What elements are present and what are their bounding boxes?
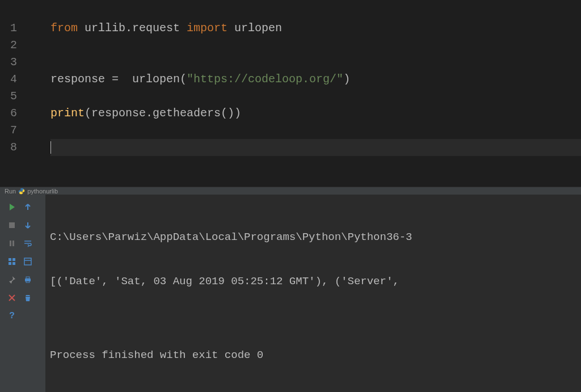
svg-rect-5 — [9, 262, 11, 265]
python-icon — [18, 188, 25, 195]
svg-rect-6 — [12, 262, 15, 265]
rerun-button[interactable] — [6, 201, 18, 213]
code-line-5[interactable] — [50, 88, 581, 105]
console-output[interactable]: C:\Users\Parwiz\AppData\Local\Programs\P… — [45, 195, 581, 392]
run-panel-header[interactable]: Run pythonurlib — [0, 187, 581, 195]
svg-rect-7 — [24, 258, 31, 265]
code-line-4[interactable]: response = urlopen("https://codeloop.org… — [50, 71, 581, 88]
svg-rect-2 — [12, 241, 14, 246]
svg-rect-10 — [26, 277, 30, 279]
code-content[interactable]: from urllib.request import urlopen respo… — [43, 0, 581, 187]
variable: response — [50, 73, 112, 86]
code-line-3[interactable] — [50, 54, 581, 71]
paren-close: ) — [343, 73, 350, 86]
code-line-8[interactable] — [50, 139, 581, 156]
code-line-6[interactable]: print(response.getheaders()) — [50, 105, 581, 122]
console-line: Process finished with exit code 0 — [50, 348, 581, 363]
svg-rect-0 — [9, 222, 15, 228]
pause-button[interactable] — [6, 237, 18, 250]
text-cursor — [50, 141, 51, 154]
console-line: C:\Users\Parwiz\AppData\Local\Programs\P… — [50, 230, 581, 245]
stop-button[interactable] — [6, 219, 18, 231]
layout-button[interactable] — [22, 255, 34, 268]
paren-open: ( — [180, 73, 187, 86]
argument: response.getheaders() — [91, 107, 234, 120]
print-button[interactable] — [22, 273, 34, 286]
code-editor[interactable]: 1 2 3 4 5 6 7 8 from urllib.request impo… — [0, 0, 581, 187]
string-literal: "https://codeloop.org/" — [187, 73, 343, 86]
code-line-2[interactable] — [50, 37, 581, 54]
run-toolbar: ? — [0, 195, 45, 392]
scroll-up-button[interactable] — [22, 201, 34, 213]
run-label: Run — [5, 188, 16, 195]
console-line: [('Date', 'Sat, 03 Aug 2019 05:25:12 GMT… — [50, 274, 581, 289]
builtin-print: print — [50, 107, 85, 120]
line-number: 7 — [10, 122, 43, 139]
line-number: 6 — [10, 105, 43, 122]
svg-rect-1 — [10, 241, 11, 246]
svg-rect-11 — [26, 281, 30, 283]
equals: = — [112, 73, 132, 86]
function-call: urlopen — [132, 73, 180, 86]
code-line-1[interactable]: from urllib.request import urlopen — [50, 20, 581, 37]
paren-open: ( — [85, 107, 91, 120]
line-number-gutter: 1 2 3 4 5 6 7 8 — [0, 0, 43, 187]
svg-rect-4 — [12, 258, 15, 261]
run-config-name: pythonurlib — [27, 188, 58, 195]
delete-button[interactable] — [22, 292, 34, 304]
pin-button[interactable] — [6, 273, 18, 286]
line-number: 5 — [10, 88, 43, 105]
soft-wrap-button[interactable] — [22, 237, 34, 250]
line-number: 1 — [10, 20, 43, 37]
dump-threads-button[interactable] — [6, 255, 18, 268]
code-line-7[interactable] — [50, 122, 581, 139]
line-number: 2 — [10, 37, 43, 54]
line-number: 3 — [10, 54, 43, 71]
scroll-down-button[interactable] — [22, 219, 34, 231]
svg-rect-3 — [9, 258, 11, 261]
close-button[interactable] — [6, 292, 18, 304]
line-number: 8 — [10, 139, 43, 156]
line-number: 4 — [10, 71, 43, 88]
help-button[interactable]: ? — [6, 310, 18, 322]
run-panel: ? C:\Users\Parwiz\AppData\Local\Programs… — [0, 195, 581, 392]
keyword-from: from — [50, 22, 85, 35]
keyword-import: import — [187, 22, 234, 35]
paren-close: ) — [234, 107, 241, 120]
module-name: urllib.request — [85, 22, 187, 35]
import-name: urlopen — [234, 22, 282, 35]
